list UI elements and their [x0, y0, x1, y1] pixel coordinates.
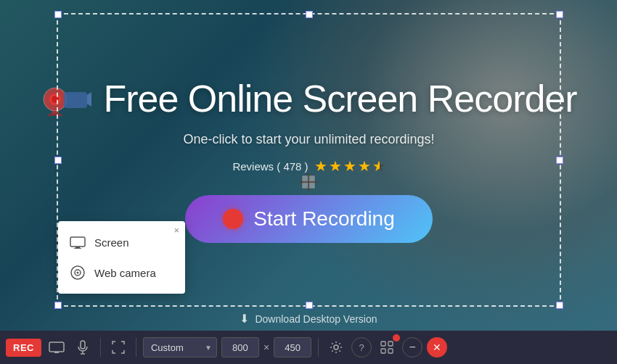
- download-desktop-bar[interactable]: ⬇ Download Desktop Version: [240, 312, 377, 326]
- source-item-webcam[interactable]: Web camera: [58, 257, 185, 288]
- svg-rect-32: [381, 342, 385, 346]
- height-input[interactable]: [274, 337, 311, 357]
- svg-rect-34: [381, 349, 385, 353]
- grid-badge: [393, 334, 400, 342]
- move-icon[interactable]: [297, 170, 320, 194]
- settings-icon: [330, 341, 343, 354]
- grid-icon: [380, 341, 393, 354]
- screen-label: Screen: [94, 236, 129, 249]
- microphone-button[interactable]: [72, 336, 94, 358]
- source-item-screen[interactable]: Screen: [58, 227, 185, 257]
- handle-rm[interactable]: [556, 157, 563, 164]
- webcam-label: Web camera: [94, 267, 156, 279]
- webcam-icon: [70, 265, 86, 281]
- divider-1: [100, 338, 101, 357]
- help-icon: ?: [359, 342, 364, 353]
- microphone-icon: [78, 340, 88, 355]
- resolution-dropdown-wrapper: Custom Full Screen 720p 1080p ▼: [143, 337, 217, 357]
- close-icon: ✕: [433, 342, 441, 352]
- source-panel: × Screen Web camera: [58, 221, 185, 294]
- handle-tl[interactable]: [54, 11, 62, 18]
- screen-icon: [70, 234, 86, 250]
- svg-rect-20: [70, 237, 85, 247]
- minimize-button[interactable]: −: [402, 337, 422, 357]
- apps-button[interactable]: [376, 336, 398, 358]
- svg-rect-22: [74, 248, 81, 249]
- screen-area-icon: [49, 342, 65, 354]
- svg-rect-26: [49, 342, 64, 352]
- svg-marker-9: [307, 173, 310, 175]
- handle-bl[interactable]: [54, 302, 62, 309]
- source-panel-close[interactable]: ×: [173, 226, 179, 235]
- toolbar: REC Custom Full Screen 720p: [0, 331, 617, 364]
- svg-rect-33: [388, 342, 393, 346]
- fullscreen-button[interactable]: [107, 336, 129, 358]
- svg-point-31: [334, 345, 338, 349]
- handle-tm[interactable]: [306, 11, 313, 18]
- svg-marker-11: [299, 181, 302, 183]
- handle-tr[interactable]: [556, 11, 563, 18]
- svg-point-25: [77, 272, 79, 274]
- width-input[interactable]: [221, 337, 259, 357]
- minimize-icon: −: [409, 342, 415, 353]
- divider-2: [136, 338, 136, 357]
- handle-br[interactable]: [556, 302, 563, 309]
- x-separator: ×: [263, 342, 269, 353]
- resolution-dropdown[interactable]: Custom Full Screen 720p 1080p: [143, 337, 217, 357]
- handle-bm[interactable]: [306, 302, 313, 309]
- rec-button[interactable]: REC: [6, 339, 41, 357]
- handle-lm[interactable]: [54, 157, 62, 164]
- svg-rect-21: [75, 247, 80, 248]
- download-icon: ⬇: [240, 312, 249, 326]
- svg-rect-27: [54, 352, 59, 353]
- screen-area-button[interactable]: [46, 336, 68, 358]
- svg-rect-28: [81, 341, 85, 349]
- download-label: Download Desktop Version: [255, 313, 377, 325]
- svg-marker-10: [307, 189, 310, 191]
- svg-rect-35: [388, 349, 393, 353]
- svg-marker-12: [315, 181, 318, 183]
- help-button[interactable]: ?: [351, 337, 372, 357]
- divider-3: [318, 338, 319, 357]
- close-button[interactable]: ✕: [427, 337, 447, 357]
- settings-button[interactable]: [325, 336, 347, 358]
- fullscreen-icon: [112, 341, 125, 354]
